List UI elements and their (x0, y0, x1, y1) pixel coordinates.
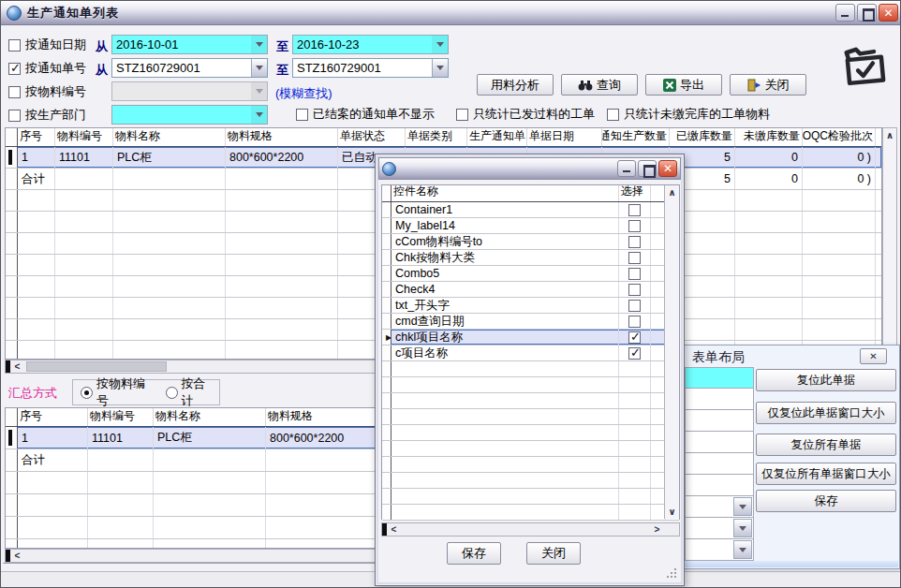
row-gutter[interactable] (382, 489, 391, 504)
row-gutter[interactable] (6, 169, 18, 189)
by-notice-checkbox[interactable] (8, 63, 21, 75)
minimize-button[interactable] (835, 4, 855, 22)
chevron-down-icon[interactable] (733, 540, 752, 559)
radio-by-total-circle[interactable] (166, 387, 178, 399)
main-grid-vscrollbar[interactable]: ∧ (882, 127, 897, 360)
control-row[interactable] (382, 425, 679, 441)
notice-from-combo[interactable]: STZ160729001 (111, 58, 268, 78)
column-header[interactable]: 序号 (18, 128, 55, 146)
only-unpaid-checkbox[interactable] (607, 109, 619, 121)
column-header[interactable]: 序号 (18, 408, 88, 426)
column-header[interactable]: 物料编号 (88, 408, 154, 426)
control-grid-hscrollbar[interactable]: < > (381, 522, 680, 537)
scroll-left-icon[interactable]: < (10, 550, 24, 562)
by-material-checkbox[interactable] (8, 86, 21, 98)
control-select-checkbox[interactable] (628, 252, 641, 264)
control-row[interactable]: cmd查询日期 (382, 314, 679, 330)
resize-grip[interactable] (665, 566, 676, 578)
control-row[interactable]: cCom物料编号to (382, 234, 679, 250)
dialog-maximize-button[interactable] (638, 160, 657, 177)
chevron-down-icon[interactable] (251, 106, 267, 124)
control-grid[interactable]: 控件名称选择Container1My_label14cCom物料编号toChk按… (381, 184, 680, 520)
layout-field-cell[interactable] (685, 475, 754, 496)
dialog-close-button[interactable]: ✕ (658, 160, 677, 177)
layout-combo-cell[interactable] (685, 539, 754, 561)
control-row[interactable]: Chk按物料大类 (382, 250, 679, 266)
layout-combo-cell[interactable] (685, 496, 754, 518)
row-gutter[interactable] (382, 505, 391, 520)
control-row[interactable] (382, 473, 679, 489)
row-gutter[interactable] (6, 190, 18, 211)
column-header[interactable]: 通知生产数量 (602, 128, 670, 146)
chevron-down-icon[interactable] (251, 59, 267, 77)
row-gutter[interactable] (382, 473, 391, 488)
row-gutter[interactable] (382, 425, 391, 440)
control-select-checkbox[interactable] (628, 204, 641, 216)
control-row[interactable]: c项目名称 (382, 345, 679, 361)
close-button[interactable]: ✕ (879, 4, 898, 22)
row-gutter[interactable] (6, 341, 18, 360)
control-row[interactable] (382, 489, 679, 505)
control-row[interactable]: My_label14 (382, 218, 679, 234)
row-gutter[interactable] (6, 255, 18, 275)
control-select-checkbox[interactable] (628, 300, 641, 312)
close-form-button[interactable]: 关闭 (730, 74, 806, 96)
only-issued-checkbox[interactable] (456, 109, 468, 121)
row-gutter[interactable] (382, 266, 391, 281)
control-row[interactable] (382, 409, 679, 425)
layout-panel-button-2[interactable]: 仅复位此单据窗口大小 (756, 402, 896, 424)
column-header[interactable]: 物料规格 (226, 128, 338, 146)
control-row[interactable] (382, 377, 679, 393)
scroll-up-icon[interactable]: ∧ (883, 128, 896, 142)
dialog-close-action-button[interactable]: 关闭 (526, 542, 581, 565)
row-gutter[interactable] (6, 276, 18, 297)
chevron-down-icon[interactable] (251, 36, 267, 53)
row-gutter[interactable] (6, 539, 18, 549)
control-select-checkbox[interactable] (628, 331, 641, 344)
control-select-checkbox[interactable] (628, 236, 641, 248)
column-header[interactable]: 物料编号 (55, 128, 113, 146)
row-gutter[interactable] (6, 319, 18, 340)
row-gutter[interactable] (382, 457, 391, 472)
control-row[interactable]: Container1 (382, 202, 679, 218)
material-analysis-button[interactable]: 用料分析 (477, 74, 554, 96)
layout-field-cell[interactable] (685, 432, 754, 453)
control-select-checkbox[interactable] (628, 347, 641, 360)
chevron-down-icon[interactable] (251, 82, 267, 100)
control-row[interactable]: ▶chkl项目名称 (382, 330, 679, 345)
column-header[interactable]: 物料名称 (154, 408, 266, 426)
row-gutter[interactable] (382, 234, 391, 249)
control-row[interactable] (382, 441, 679, 457)
row-gutter[interactable]: ▶ (382, 330, 391, 345)
control-row[interactable] (382, 393, 679, 409)
column-header[interactable]: OQC检验批次 (803, 128, 876, 146)
export-button[interactable]: 导出 (645, 74, 722, 96)
control-row[interactable] (382, 505, 679, 521)
layout-field-cell[interactable] (685, 367, 754, 389)
layout-field-cell[interactable] (685, 389, 754, 410)
layout-field-cell[interactable] (685, 453, 754, 475)
row-gutter[interactable] (6, 449, 18, 471)
row-gutter[interactable] (382, 218, 391, 233)
scroll-left-icon[interactable]: < (387, 523, 401, 536)
row-gutter[interactable] (382, 314, 391, 329)
control-grid-vscrollbar[interactable]: ∧∨ (664, 185, 679, 519)
query-button[interactable]: 查询 (561, 74, 638, 96)
row-gutter[interactable] (6, 147, 18, 168)
row-gutter[interactable] (382, 298, 391, 313)
column-header[interactable]: 物料名称 (113, 128, 226, 146)
radio-by-material-circle[interactable] (81, 387, 93, 399)
layout-panel-button-5[interactable]: 保存 (756, 490, 896, 512)
dialog-save-button[interactable]: 保存 (447, 542, 501, 565)
row-gutter[interactable] (382, 361, 391, 376)
control-select-checkbox[interactable] (628, 220, 641, 232)
dialog-minimize-button[interactable] (617, 160, 636, 177)
layout-panel-button-4[interactable]: 仅复位所有单据窗口大小 (756, 463, 896, 485)
scroll-left-icon[interactable]: < (10, 360, 24, 373)
date-from-combo[interactable]: 2016-10-01 (111, 35, 268, 54)
column-header[interactable]: 单据类别 (406, 128, 467, 146)
column-header[interactable]: 生产通知单 (467, 128, 527, 146)
hscrollbar-thumb[interactable] (26, 361, 167, 372)
column-header[interactable]: 单据日期 (527, 128, 602, 146)
maximize-button[interactable] (857, 4, 877, 22)
